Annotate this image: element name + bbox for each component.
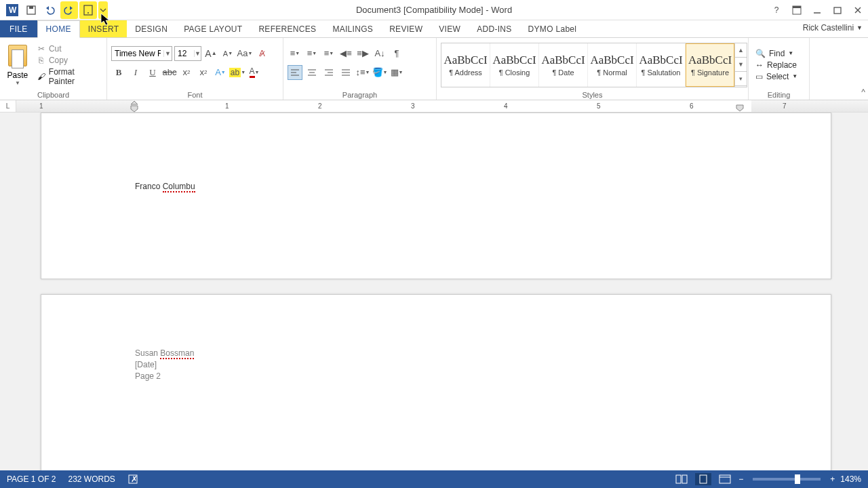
- tab-review[interactable]: REVIEW: [381, 20, 431, 37]
- qat-more-icon[interactable]: [98, 1, 108, 19]
- window-title: Document3 [Compatibility Mode] - Word: [356, 5, 512, 15]
- align-left-icon[interactable]: [288, 65, 302, 80]
- text-effects-icon[interactable]: A▼: [213, 65, 228, 80]
- redo-icon[interactable]: [60, 1, 78, 19]
- italic-button[interactable]: I: [128, 65, 143, 80]
- tab-home[interactable]: HOME: [37, 20, 80, 38]
- align-right-icon[interactable]: [321, 65, 336, 80]
- status-page[interactable]: PAGE 1 OF 2: [7, 474, 56, 484]
- tab-insert[interactable]: INSERT: [80, 20, 127, 37]
- borders-icon[interactable]: ▦▼: [389, 65, 404, 80]
- superscript-button[interactable]: x2: [196, 65, 211, 80]
- group-editing-label: Editing: [753, 89, 805, 100]
- change-case-icon[interactable]: Aa▼: [237, 46, 252, 61]
- style-closing[interactable]: AaBbCcI¶ Closing: [490, 43, 539, 87]
- tab-mailings[interactable]: MAILINGS: [324, 20, 381, 37]
- bullets-icon[interactable]: ≡▼: [288, 46, 302, 61]
- help-icon[interactable]: ?: [766, 1, 787, 19]
- svg-rect-27: [682, 475, 687, 483]
- svg-rect-3: [29, 6, 33, 9]
- styles-more[interactable]: ▲▼▾: [734, 43, 747, 87]
- paste-button[interactable]: Paste ▼: [4, 43, 31, 86]
- clipboard-icon: [8, 45, 27, 66]
- document-page-1[interactable]: Franco Columbu: [41, 113, 831, 279]
- close-icon[interactable]: [848, 1, 868, 19]
- multilevel-icon[interactable]: ≡▼: [321, 46, 336, 61]
- right-indent-icon[interactable]: [735, 104, 745, 113]
- zoom-slider[interactable]: [753, 478, 821, 481]
- select-button[interactable]: ▭Select▼: [755, 72, 797, 81]
- tab-view[interactable]: VIEW: [431, 20, 469, 37]
- read-mode-icon[interactable]: [673, 473, 690, 485]
- style-date[interactable]: AaBbCcI¶ Date: [539, 43, 588, 87]
- replace-icon: ↔: [755, 60, 764, 70]
- style-normal[interactable]: AaBbCcI¶ Normal: [588, 43, 637, 87]
- horizontal-ruler[interactable]: 1 1 2 3 4 5 6 7: [16, 100, 868, 112]
- select-icon: ▭: [755, 72, 763, 81]
- shrink-font-icon[interactable]: A▼: [220, 46, 235, 61]
- collapse-ribbon-icon[interactable]: ^: [861, 87, 865, 97]
- bold-button[interactable]: B: [111, 65, 126, 80]
- print-layout-icon[interactable]: [695, 473, 711, 485]
- undo-icon[interactable]: [41, 1, 59, 19]
- style-signature[interactable]: AaBbCcI¶ Signature: [686, 43, 734, 87]
- shading-icon[interactable]: 🪣▼: [372, 65, 387, 80]
- underline-button[interactable]: U: [145, 65, 160, 80]
- group-styles-label: Styles: [441, 89, 744, 100]
- increase-indent-icon[interactable]: ≡▶: [355, 46, 370, 61]
- word-icon[interactable]: W: [3, 1, 21, 19]
- tab-references[interactable]: REFERENCES: [250, 20, 324, 37]
- user-name[interactable]: Rick Castellini ▼: [803, 23, 863, 33]
- tab-addins[interactable]: ADD-INS: [469, 20, 519, 37]
- clear-format-icon[interactable]: A̷: [254, 46, 269, 61]
- numbering-icon[interactable]: ≡▼: [304, 46, 319, 61]
- web-layout-icon[interactable]: [717, 473, 733, 485]
- line-spacing-icon[interactable]: ↕≡▼: [355, 65, 370, 80]
- zoom-level[interactable]: 143%: [840, 474, 861, 484]
- tab-page-layout[interactable]: PAGE LAYOUT: [176, 20, 250, 37]
- svg-rect-28: [700, 475, 707, 483]
- indent-marker-icon[interactable]: [130, 100, 139, 113]
- cut-button: ✂Cut: [37, 44, 102, 54]
- tab-dymo[interactable]: DYMO Label: [520, 20, 585, 37]
- show-marks-icon[interactable]: ¶: [389, 46, 404, 61]
- subscript-button[interactable]: x2: [179, 65, 194, 80]
- zoom-in-icon[interactable]: +: [830, 474, 835, 484]
- minimize-icon[interactable]: [807, 1, 827, 19]
- style-address[interactable]: AaBbCcI¶ Address: [441, 43, 490, 87]
- document-page-2[interactable]: Susan Bossman [Date] Page 2: [41, 294, 831, 470]
- header-date: [Date]: [135, 359, 737, 371]
- find-icon: 🔍: [755, 49, 766, 58]
- font-name-combo[interactable]: ▼: [111, 46, 172, 61]
- save-icon[interactable]: [22, 1, 40, 19]
- tab-design[interactable]: DESIGN: [127, 20, 176, 37]
- ribbon-display-icon[interactable]: [787, 1, 807, 19]
- grow-font-icon[interactable]: A▲: [203, 46, 218, 61]
- status-proof-icon[interactable]: ✗: [127, 474, 138, 485]
- tab-selector[interactable]: L: [0, 100, 16, 112]
- align-center-icon[interactable]: [304, 65, 319, 80]
- decrease-indent-icon[interactable]: ◀≡: [338, 46, 353, 61]
- zoom-out-icon[interactable]: −: [738, 474, 743, 484]
- copy-button: ⎘Copy: [37, 56, 102, 65]
- find-button[interactable]: 🔍Find ▼: [755, 49, 797, 58]
- touch-mode-icon[interactable]: [79, 1, 97, 19]
- styles-gallery[interactable]: AaBbCcI¶ Address AaBbCcI¶ Closing AaBbCc…: [441, 43, 747, 87]
- scissors-icon: ✂: [37, 44, 46, 54]
- svg-rect-29: [719, 475, 730, 483]
- highlight-icon[interactable]: ab▼: [230, 65, 245, 80]
- vertical-ruler[interactable]: [0, 113, 16, 470]
- vertical-scrollbar[interactable]: [856, 113, 868, 470]
- justify-icon[interactable]: [338, 65, 353, 80]
- tab-file[interactable]: FILE: [0, 20, 37, 37]
- maximize-icon[interactable]: [827, 1, 848, 19]
- strike-button[interactable]: abc: [162, 65, 177, 80]
- format-painter-button[interactable]: 🖌Format Painter: [37, 67, 102, 86]
- font-color-icon[interactable]: A▼: [247, 65, 262, 80]
- status-words[interactable]: 232 WORDS: [68, 474, 115, 484]
- font-size-combo[interactable]: ▼: [174, 46, 201, 61]
- replace-button[interactable]: ↔Replace: [755, 60, 797, 70]
- svg-rect-26: [676, 475, 681, 483]
- sort-icon[interactable]: A↓: [372, 46, 387, 61]
- style-salutation[interactable]: AaBbCcI¶ Salutation: [637, 43, 686, 87]
